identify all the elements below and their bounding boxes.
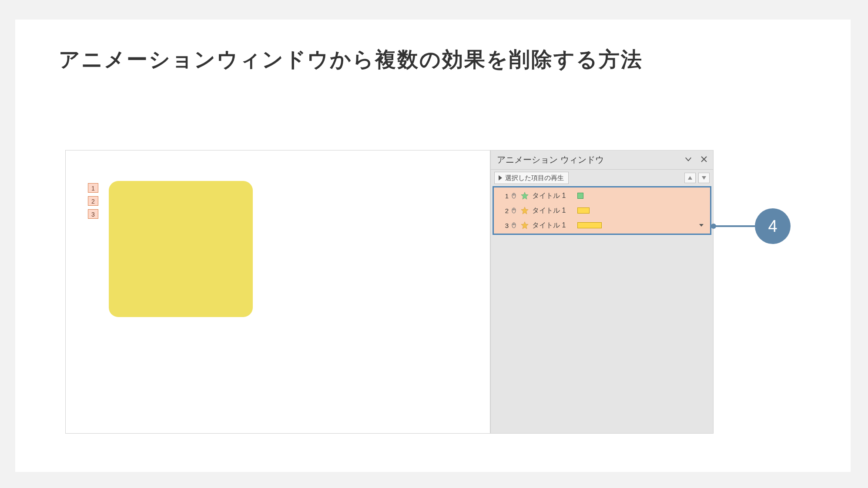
mouse-click-icon [510,222,519,229]
duration-bar[interactable] [577,222,602,228]
slide-canvas[interactable]: 1 2 3 [66,150,490,433]
play-button-label: 選択した項目の再生 [505,174,564,182]
animation-item[interactable]: 1 タイトル 1 [494,188,710,203]
tutorial-card: アニメーションウィンドウから複数の効果を削除する方法 1 2 3 アニメーション… [15,20,851,472]
play-icon [498,175,503,180]
step-callout: 4 [714,209,791,244]
app-frame: 1 2 3 アニメーション ウィンドウ 選 [65,150,714,434]
star-icon [521,207,529,214]
step-number-badge: 4 [755,208,791,244]
animation-item-number: 2 [503,207,509,214]
animation-item[interactable]: 3 タイトル 1 [494,218,710,233]
animation-item-label: タイトル 1 [532,206,572,215]
animation-pane-header: アニメーション ウィンドウ [491,150,713,170]
selected-animation-items[interactable]: 1 タイトル 1 2 [493,186,711,235]
animation-item-number: 1 [503,192,509,200]
animation-item-label: タイトル 1 [532,191,572,201]
caret-up-icon [688,176,692,180]
duration-bar[interactable] [577,193,583,199]
animation-item-number: 3 [503,222,509,229]
animation-number-tag[interactable]: 3 [88,209,98,219]
animation-pane: アニメーション ウィンドウ 選択した項目の再生 [490,150,713,433]
reorder-up-button[interactable] [684,173,696,183]
page-title: アニメーションウィンドウから複数の効果を削除する方法 [59,46,643,74]
animation-number-tag[interactable]: 1 [88,183,98,193]
mouse-click-icon [510,207,519,214]
animation-pane-controls: 選択した項目の再生 [491,170,713,186]
duration-bar[interactable] [577,207,590,214]
item-dropdown-icon[interactable] [699,221,704,229]
star-icon [521,192,529,200]
slide-shape-rounded-rect[interactable] [109,181,253,317]
close-icon[interactable] [701,156,707,164]
reorder-down-button[interactable] [698,173,710,183]
chevron-down-icon[interactable] [684,155,692,165]
animation-number-tag[interactable]: 2 [88,196,98,206]
play-selected-button[interactable]: 選択した項目の再生 [494,172,569,184]
animation-item[interactable]: 2 タイトル 1 [494,203,710,218]
animation-pane-title: アニメーション ウィンドウ [497,154,604,166]
animation-item-label: タイトル 1 [532,221,572,230]
callout-connector [714,225,755,227]
callout-dot [711,224,716,229]
star-icon [521,221,529,229]
mouse-click-icon [510,192,519,199]
caret-down-icon [702,176,706,180]
